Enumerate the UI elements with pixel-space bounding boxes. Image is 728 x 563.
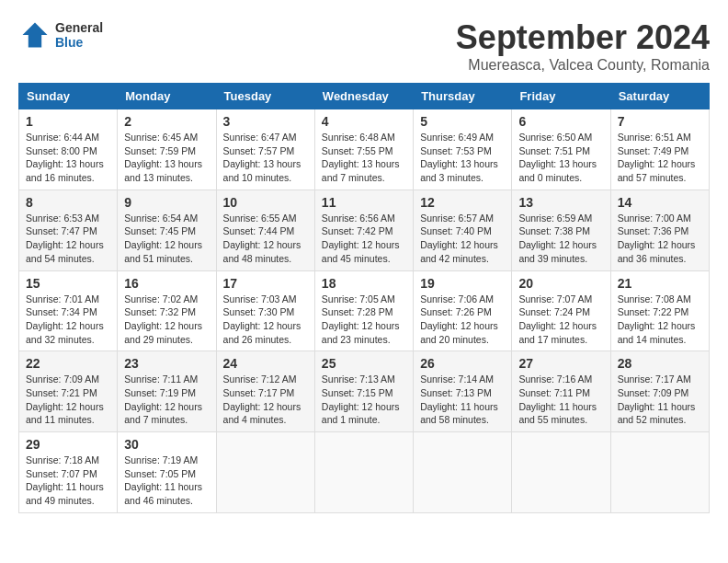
day-number: 22: [26, 356, 110, 371]
day-number: 13: [518, 195, 603, 210]
day-number: 19: [420, 276, 505, 291]
calendar-cell: 21Sunrise: 7:08 AMSunset: 7:22 PMDayligh…: [610, 270, 709, 351]
col-friday: Friday: [512, 84, 610, 109]
day-info: Sunrise: 7:16 AMSunset: 7:11 PMDaylight:…: [518, 373, 603, 427]
day-info: Sunrise: 7:19 AMSunset: 7:05 PMDaylight:…: [124, 454, 209, 508]
col-thursday: Thursday: [414, 84, 512, 109]
calendar-cell: 20Sunrise: 7:07 AMSunset: 7:24 PMDayligh…: [512, 270, 610, 351]
day-number: 16: [124, 276, 209, 291]
day-info: Sunrise: 6:45 AMSunset: 7:59 PMDaylight:…: [124, 131, 209, 185]
calendar-cell: 4Sunrise: 6:48 AMSunset: 7:55 PMDaylight…: [314, 109, 413, 190]
logo-blue-text: Blue: [55, 35, 103, 50]
calendar-cell: 6Sunrise: 6:50 AMSunset: 7:51 PMDaylight…: [512, 109, 610, 190]
day-number: 1: [26, 114, 110, 129]
title-block: September 2024 Muereasca, Valcea County,…: [456, 18, 710, 74]
day-info: Sunrise: 7:07 AMSunset: 7:24 PMDaylight:…: [518, 293, 603, 347]
calendar-cell: [216, 432, 314, 513]
col-sunday: Sunday: [19, 84, 118, 109]
day-info: Sunrise: 6:53 AMSunset: 7:47 PMDaylight:…: [26, 212, 110, 266]
calendar-cell: 9Sunrise: 6:54 AMSunset: 7:45 PMDaylight…: [118, 190, 216, 270]
day-number: 14: [618, 195, 702, 210]
day-number: 10: [223, 195, 308, 210]
calendar-cell: 30Sunrise: 7:19 AMSunset: 7:05 PMDayligh…: [118, 432, 216, 513]
calendar-cell: 26Sunrise: 7:14 AMSunset: 7:13 PMDayligh…: [414, 351, 512, 432]
day-info: Sunrise: 7:01 AMSunset: 7:34 PMDaylight:…: [26, 293, 110, 347]
calendar-cell: 28Sunrise: 7:17 AMSunset: 7:09 PMDayligh…: [610, 351, 709, 432]
calendar-cell: 8Sunrise: 6:53 AMSunset: 7:47 PMDaylight…: [19, 190, 118, 270]
day-number: 23: [124, 356, 209, 371]
day-info: Sunrise: 7:06 AMSunset: 7:26 PMDaylight:…: [420, 293, 505, 347]
day-info: Sunrise: 7:03 AMSunset: 7:30 PMDaylight:…: [223, 293, 308, 347]
calendar-cell: 5Sunrise: 6:49 AMSunset: 7:53 PMDaylight…: [414, 109, 512, 190]
calendar-cell: 24Sunrise: 7:12 AMSunset: 7:17 PMDayligh…: [216, 351, 314, 432]
calendar-cell: 22Sunrise: 7:09 AMSunset: 7:21 PMDayligh…: [19, 351, 118, 432]
day-number: 2: [124, 114, 209, 129]
day-number: 26: [420, 356, 505, 371]
day-info: Sunrise: 7:14 AMSunset: 7:13 PMDaylight:…: [420, 373, 505, 427]
calendar-cell: 18Sunrise: 7:05 AMSunset: 7:28 PMDayligh…: [314, 270, 413, 351]
calendar-cell: 1Sunrise: 6:44 AMSunset: 8:00 PMDaylight…: [19, 109, 118, 190]
day-number: 4: [322, 114, 406, 129]
calendar-cell: [414, 432, 512, 513]
calendar-table: Sunday Monday Tuesday Wednesday Thursday…: [18, 83, 710, 513]
day-info: Sunrise: 7:12 AMSunset: 7:17 PMDaylight:…: [223, 373, 308, 427]
day-info: Sunrise: 6:44 AMSunset: 8:00 PMDaylight:…: [26, 131, 110, 185]
day-number: 20: [518, 276, 603, 291]
col-monday: Monday: [118, 84, 216, 109]
calendar-cell: 27Sunrise: 7:16 AMSunset: 7:11 PMDayligh…: [512, 351, 610, 432]
calendar-cell: 7Sunrise: 6:51 AMSunset: 7:49 PMDaylight…: [610, 109, 709, 190]
calendar-cell: 2Sunrise: 6:45 AMSunset: 7:59 PMDaylight…: [118, 109, 216, 190]
logo: General Blue: [18, 18, 103, 52]
day-number: 3: [223, 114, 308, 129]
page-header: General Blue September 2024 Muereasca, V…: [18, 18, 710, 74]
calendar-cell: 13Sunrise: 6:59 AMSunset: 7:38 PMDayligh…: [512, 190, 610, 270]
day-info: Sunrise: 7:13 AMSunset: 7:15 PMDaylight:…: [322, 373, 406, 427]
day-info: Sunrise: 6:51 AMSunset: 7:49 PMDaylight:…: [618, 131, 702, 185]
calendar-cell: 25Sunrise: 7:13 AMSunset: 7:15 PMDayligh…: [314, 351, 413, 432]
calendar-cell: [512, 432, 610, 513]
day-number: 15: [26, 276, 110, 291]
day-number: 18: [322, 276, 406, 291]
calendar-cell: 17Sunrise: 7:03 AMSunset: 7:30 PMDayligh…: [216, 270, 314, 351]
day-info: Sunrise: 7:00 AMSunset: 7:36 PMDaylight:…: [618, 212, 702, 266]
day-info: Sunrise: 7:08 AMSunset: 7:22 PMDaylight:…: [618, 293, 702, 347]
col-wednesday: Wednesday: [314, 84, 413, 109]
day-number: 21: [618, 276, 702, 291]
logo-text: General Blue: [55, 20, 103, 50]
calendar-week-row: 22Sunrise: 7:09 AMSunset: 7:21 PMDayligh…: [19, 351, 710, 432]
day-number: 12: [420, 195, 505, 210]
day-info: Sunrise: 6:54 AMSunset: 7:45 PMDaylight:…: [124, 212, 209, 266]
col-tuesday: Tuesday: [216, 84, 314, 109]
day-number: 30: [124, 437, 209, 452]
day-info: Sunrise: 6:48 AMSunset: 7:55 PMDaylight:…: [322, 131, 406, 185]
day-info: Sunrise: 6:47 AMSunset: 7:57 PMDaylight:…: [223, 131, 308, 185]
day-info: Sunrise: 7:05 AMSunset: 7:28 PMDaylight:…: [322, 293, 406, 347]
day-info: Sunrise: 7:02 AMSunset: 7:32 PMDaylight:…: [124, 293, 209, 347]
day-number: 24: [223, 356, 308, 371]
calendar-cell: 23Sunrise: 7:11 AMSunset: 7:19 PMDayligh…: [118, 351, 216, 432]
calendar-cell: [314, 432, 413, 513]
day-info: Sunrise: 7:11 AMSunset: 7:19 PMDaylight:…: [124, 373, 209, 427]
logo-general-text: General: [55, 20, 103, 35]
calendar-cell: 14Sunrise: 7:00 AMSunset: 7:36 PMDayligh…: [610, 190, 709, 270]
month-title: September 2024: [456, 18, 710, 57]
day-number: 5: [420, 114, 505, 129]
calendar-cell: [610, 432, 709, 513]
day-info: Sunrise: 6:57 AMSunset: 7:40 PMDaylight:…: [420, 212, 505, 266]
day-number: 11: [322, 195, 406, 210]
day-info: Sunrise: 6:55 AMSunset: 7:44 PMDaylight:…: [223, 212, 308, 266]
calendar-week-row: 15Sunrise: 7:01 AMSunset: 7:34 PMDayligh…: [19, 270, 710, 351]
logo-icon: [18, 18, 51, 52]
day-number: 7: [618, 114, 702, 129]
calendar-week-row: 1Sunrise: 6:44 AMSunset: 8:00 PMDaylight…: [19, 109, 710, 190]
day-info: Sunrise: 6:56 AMSunset: 7:42 PMDaylight:…: [322, 212, 406, 266]
col-saturday: Saturday: [610, 84, 709, 109]
day-number: 27: [518, 356, 603, 371]
calendar-cell: 10Sunrise: 6:55 AMSunset: 7:44 PMDayligh…: [216, 190, 314, 270]
location: Muereasca, Valcea County, Romania: [456, 57, 710, 74]
day-info: Sunrise: 7:18 AMSunset: 7:07 PMDaylight:…: [26, 454, 110, 508]
calendar-cell: 15Sunrise: 7:01 AMSunset: 7:34 PMDayligh…: [19, 270, 118, 351]
day-number: 29: [26, 437, 110, 452]
day-number: 9: [124, 195, 209, 210]
calendar-cell: 19Sunrise: 7:06 AMSunset: 7:26 PMDayligh…: [414, 270, 512, 351]
